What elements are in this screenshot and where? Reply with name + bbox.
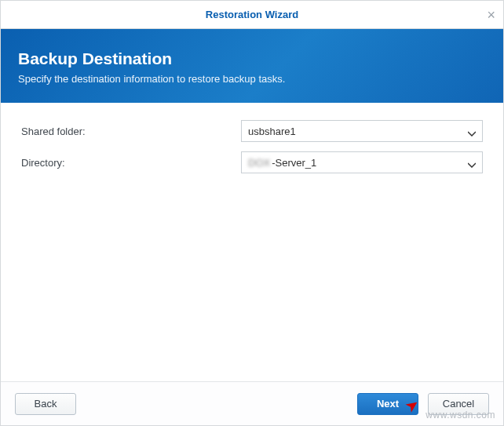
chevron-down-icon bbox=[468, 128, 476, 140]
chevron-down-icon bbox=[468, 159, 476, 171]
page-title: Backup Destination bbox=[18, 49, 486, 68]
window-title: Restoration Wizard bbox=[1, 9, 503, 20]
shared-folder-select[interactable]: usbshare1 bbox=[241, 120, 483, 142]
close-icon[interactable]: × bbox=[487, 1, 495, 29]
directory-label: Directory: bbox=[21, 157, 241, 169]
next-button[interactable]: Next bbox=[357, 393, 418, 415]
shared-folder-row: Shared folder: usbshare1 bbox=[21, 120, 483, 142]
titlebar: Restoration Wizard × bbox=[1, 1, 503, 29]
shared-folder-label: Shared folder: bbox=[21, 126, 241, 137]
footer: Back Next Cancel bbox=[1, 381, 503, 425]
directory-value: DOX-Server_1 bbox=[248, 157, 316, 169]
form-area: Shared folder: usbshare1 Directory: DOX-… bbox=[1, 103, 503, 200]
directory-select[interactable]: DOX-Server_1 bbox=[241, 151, 483, 173]
directory-row: Directory: DOX-Server_1 bbox=[21, 151, 483, 173]
back-button[interactable]: Back bbox=[15, 393, 76, 415]
page-subtitle: Specify the destination information to r… bbox=[18, 73, 486, 85]
cancel-button[interactable]: Cancel bbox=[428, 393, 489, 415]
shared-folder-value: usbshare1 bbox=[248, 126, 296, 137]
banner: Backup Destination Specify the destinati… bbox=[1, 29, 503, 103]
